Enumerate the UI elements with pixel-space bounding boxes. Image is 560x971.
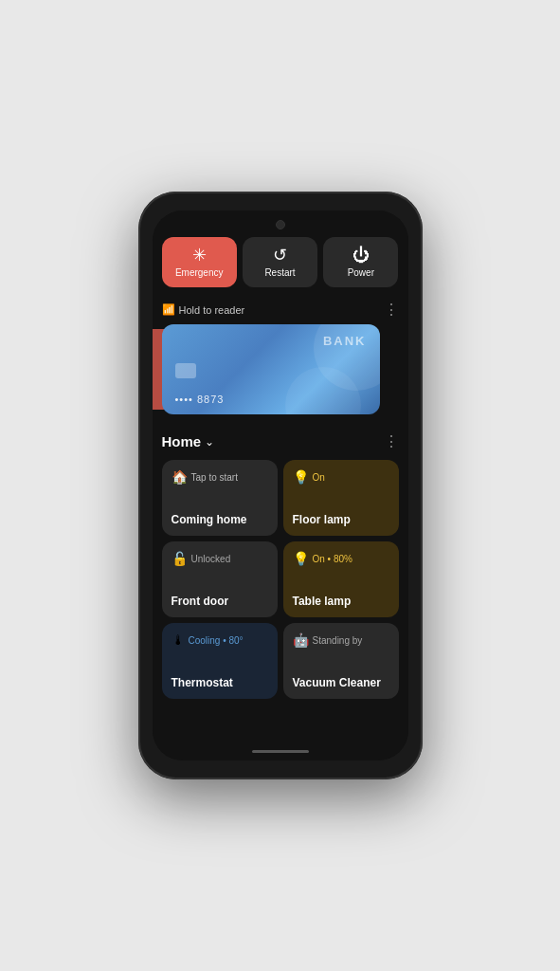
power-icon: ⏻ [352, 247, 370, 264]
table-lamp-status: On • 80% [313, 554, 352, 564]
front-door-icon: 🔓 [172, 551, 188, 566]
coming-home-status: Tap to start [191, 472, 238, 483]
phone-screen: ✳ Emergency ↺ Restart ⏻ Power 📶 Hold t [153, 211, 408, 760]
bank-card[interactable]: BANK •••• 8873 [162, 324, 380, 414]
power-action-button[interactable]: ⏻ Power [323, 237, 398, 287]
home-section: Home ⌄ ⋮ 🏠 Tap to start Coming home [153, 432, 408, 699]
home-chevron-icon: ⌄ [205, 435, 214, 449]
tile-table-lamp[interactable]: 💡 On • 80% Table lamp [283, 541, 399, 617]
tile-vacuum-top: 🤖 Standing by [293, 632, 389, 648]
floor-lamp-icon: 💡 [293, 469, 309, 485]
tile-thermostat[interactable]: 🌡 Cooling • 80° Thermostat [162, 623, 278, 699]
nfc-menu-button[interactable]: ⋮ [384, 301, 399, 319]
tile-front-door[interactable]: 🔓 Unlocked Front door [162, 541, 278, 617]
front-camera [276, 220, 285, 229]
nfc-header: 📶 Hold to reader ⋮ [162, 301, 399, 319]
tile-front-door-top: 🔓 Unlocked [172, 551, 268, 566]
front-door-name: Front door [172, 595, 268, 608]
restart-icon: ↺ [273, 247, 287, 264]
nfc-section: 📶 Hold to reader ⋮ BANK •••• 8873 [153, 301, 408, 419]
nfc-title-group: 📶 Hold to reader [162, 303, 245, 316]
tile-thermostat-top: 🌡 Cooling • 80° [172, 632, 268, 648]
restart-button[interactable]: ↺ Restart [243, 237, 317, 287]
device-grid: 🏠 Tap to start Coming home 💡 On Floor la… [162, 460, 399, 699]
power-label: Power [348, 267, 374, 278]
emergency-button[interactable]: ✳ Emergency [162, 237, 237, 287]
restart-label: Restart [264, 267, 295, 278]
tile-floor-lamp-top: 💡 On [293, 469, 389, 485]
screen-content: ✳ Emergency ↺ Restart ⏻ Power 📶 Hold t [153, 211, 408, 760]
phone-device: ✳ Emergency ↺ Restart ⏻ Power 📶 Hold t [138, 192, 423, 779]
home-menu-button[interactable]: ⋮ [384, 432, 399, 450]
emergency-icon: ✳ [192, 247, 207, 264]
front-door-status: Unlocked [191, 554, 231, 564]
home-title-group[interactable]: Home ⌄ [162, 433, 215, 449]
thermostat-icon: 🌡 [172, 632, 185, 648]
thermostat-name: Thermostat [172, 676, 268, 689]
quick-actions-bar: ✳ Emergency ↺ Restart ⏻ Power [153, 237, 408, 287]
tile-vacuum[interactable]: 🤖 Standing by Vacuum Cleaner [283, 623, 399, 699]
nfc-wave-icon: 📶 [162, 303, 175, 316]
coming-home-icon: 🏠 [172, 469, 188, 485]
tile-floor-lamp[interactable]: 💡 On Floor lamp [283, 460, 399, 536]
card-carousel: BANK •••• 8873 [162, 324, 399, 419]
vacuum-icon: 🤖 [293, 632, 309, 648]
table-lamp-icon: 💡 [293, 551, 309, 566]
home-indicator[interactable] [252, 750, 309, 753]
thermostat-status: Cooling • 80° [189, 635, 244, 646]
coming-home-name: Coming home [172, 513, 268, 526]
floor-lamp-status: On [313, 472, 325, 483]
emergency-label: Emergency [175, 267, 224, 278]
card-chip [175, 363, 196, 378]
table-lamp-name: Table lamp [293, 595, 389, 608]
home-section-header: Home ⌄ ⋮ [162, 432, 399, 450]
vacuum-name: Vacuum Cleaner [293, 676, 389, 689]
tile-table-lamp-top: 💡 On • 80% [293, 551, 389, 566]
nfc-title-text: Hold to reader [179, 304, 245, 316]
floor-lamp-name: Floor lamp [293, 513, 389, 526]
tile-coming-home[interactable]: 🏠 Tap to start Coming home [162, 460, 278, 536]
home-title: Home [162, 433, 202, 449]
vacuum-status: Standing by [313, 635, 363, 646]
tile-coming-home-top: 🏠 Tap to start [172, 469, 268, 485]
